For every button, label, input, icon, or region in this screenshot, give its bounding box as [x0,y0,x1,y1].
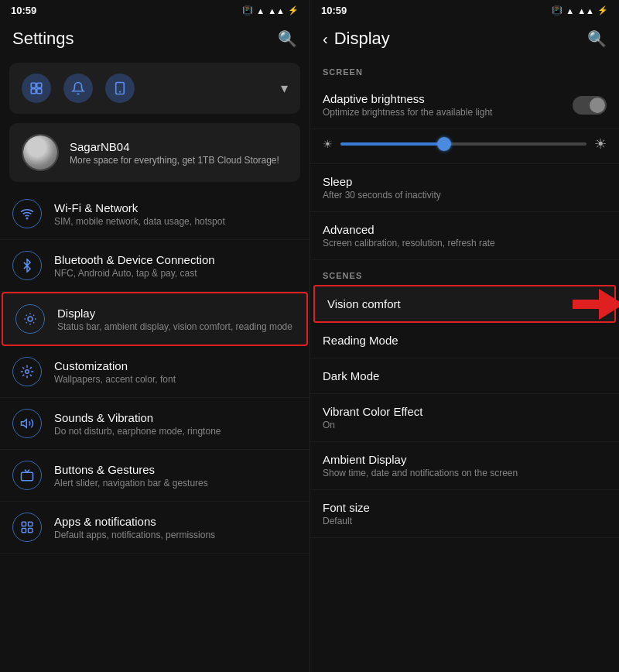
settings-item-customization[interactable]: Customization Wallpapers, accent color, … [0,346,310,398]
adaptive-brightness-title: Adaptive brightness [323,92,573,105]
display-title: Display [57,307,294,320]
svg-point-7 [28,317,32,321]
vibrant-color-sub: On [323,420,607,430]
buttons-icon [12,461,42,490]
qs-icon-3[interactable] [105,74,135,103]
quick-settings-card[interactable]: ▾ [9,63,300,114]
back-arrow-icon[interactable]: ‹ [323,30,328,48]
dark-mode-title: Dark Mode [323,369,607,382]
display-icon [15,304,45,334]
apps-sub: Default apps, notifications, permissions [54,530,297,540]
svg-rect-3 [37,89,42,94]
bluetooth-sub: NFC, Android Auto, tap & pay, cast [54,268,297,279]
ambient-display-sub: Show time, date and notifications on the… [323,468,607,478]
vision-comfort-item[interactable]: Vision comfort [313,285,616,323]
svg-rect-14 [29,529,32,533]
settings-item-bluetooth[interactable]: Bluetooth & Device Connection NFC, Andro… [0,240,310,292]
apps-icon [12,513,42,542]
reading-mode-text: Reading Mode [323,334,607,347]
qs-icon-1[interactable] [22,74,51,103]
profile-card[interactable]: SagarNB04 More space for everything, get… [9,123,300,182]
wifi-network-sub: SIM, mobile network, data usage, hotspot [54,216,297,227]
sounds-icon [12,409,42,438]
brightness-slider[interactable] [340,142,587,146]
right-header: ‹ Display 🔍 [310,19,619,57]
vision-comfort-title: Vision comfort [327,297,602,310]
ambient-display-text: Ambient Display Show time, date and noti… [323,453,607,478]
left-search-button[interactable]: 🔍 [278,29,297,48]
svg-rect-11 [22,522,26,526]
svg-point-8 [26,370,29,374]
customization-sub: Wallpapers, accent color, font [54,374,297,385]
right-panel: 10:59 📳 ▲ ▲▲ ⚡ ‹ Display 🔍 SCREEN Adapti… [310,0,619,672]
battery-icon: ⚡ [288,5,299,15]
settings-item-sounds[interactable]: Sounds & Vibration Do not disturb, earph… [0,398,310,450]
left-page-title: Settings [12,29,74,49]
customization-text: Customization Wallpapers, accent color, … [54,359,297,385]
avatar-image [23,135,57,170]
profile-info: SagarNB04 More space for everything, get… [70,140,279,166]
advanced-sub: Screen calibration, resolution, refresh … [323,238,607,249]
vibrant-color-item[interactable]: Vibrant Color Effect On [310,394,619,442]
ambient-display-title: Ambient Display [323,453,607,466]
profile-subtitle: More space for everything, get 1TB Cloud… [70,155,279,166]
quick-settings-chevron[interactable]: ▾ [281,80,288,97]
wifi-network-icon [12,199,42,228]
bluetooth-title: Bluetooth & Device Connection [54,253,297,266]
ambient-display-item[interactable]: Ambient Display Show time, date and noti… [310,442,619,490]
apps-title: Apps & notifications [54,515,297,528]
scenes-section-label: SCENES [310,260,619,285]
left-status-bar: 10:59 📳 ▲ ▲▲ ⚡ [0,0,310,19]
reading-mode-title: Reading Mode [323,334,607,347]
settings-item-buttons[interactable]: Buttons & Gestures Alert slider, navigat… [0,450,310,502]
apps-text: Apps & notifications Default apps, notif… [54,515,297,540]
svg-rect-1 [37,83,42,87]
adaptive-brightness-sub: Optimize brightness for the available li… [323,107,573,118]
buttons-title: Buttons & Gestures [54,463,297,476]
buttons-sub: Alert slider, navigation bar & gestures [54,478,297,489]
font-size-text: Font size Default [323,501,607,526]
font-size-sub: Default [323,516,607,526]
adaptive-brightness-text: Adaptive brightness Optimize brightness … [323,92,573,118]
vibrate-icon: 📳 [242,5,253,15]
display-sub: Status bar, ambient display, vision comf… [57,321,294,332]
right-wifi-icon: ▲ [566,6,574,15]
right-vibrate-icon: 📳 [552,5,563,15]
advanced-text: Advanced Screen calibration, resolution,… [323,223,607,249]
right-battery-icon: ⚡ [597,5,608,15]
settings-item-apps[interactable]: Apps & notifications Default apps, notif… [0,502,310,554]
reading-mode-item[interactable]: Reading Mode [310,323,619,358]
signal-icon: ▲▲ [268,6,285,15]
advanced-item[interactable]: Advanced Screen calibration, resolution,… [310,212,619,260]
brightness-high-icon: ☀ [594,135,607,153]
right-page-title: Display [334,29,390,49]
svg-rect-13 [22,529,26,533]
right-signal-icon: ▲▲ [577,6,594,15]
svg-marker-9 [22,420,27,428]
settings-item-wifi[interactable]: Wi-Fi & Network SIM, mobile network, dat… [0,188,310,240]
profile-name: SagarNB04 [70,140,279,153]
dark-mode-item[interactable]: Dark Mode [310,358,619,394]
back-nav[interactable]: ‹ Display [323,29,390,49]
avatar [22,134,59,171]
brightness-slider-thumb[interactable] [437,137,451,151]
svg-rect-2 [31,89,36,94]
buttons-text: Buttons & Gestures Alert slider, navigat… [54,463,297,489]
sleep-item[interactable]: Sleep After 30 seconds of inactivity [310,164,619,212]
brightness-slider-fill [340,142,444,146]
vibrant-color-title: Vibrant Color Effect [323,405,607,418]
right-status-bar: 10:59 📳 ▲ ▲▲ ⚡ [310,0,619,19]
brightness-low-icon: ☀ [323,138,333,150]
sleep-text: Sleep After 30 seconds of inactivity [323,175,607,201]
wifi-network-text: Wi-Fi & Network SIM, mobile network, dat… [54,201,297,227]
right-search-button[interactable]: 🔍 [587,29,607,48]
right-status-icons: 📳 ▲ ▲▲ ⚡ [552,5,608,15]
qs-icon-2[interactable] [63,74,93,103]
settings-item-display[interactable]: Display Status bar, ambient display, vis… [2,292,308,346]
sounds-text: Sounds & Vibration Do not disturb, earph… [54,411,297,437]
adaptive-brightness-item[interactable]: Adaptive brightness Optimize brightness … [310,81,619,129]
font-size-item[interactable]: Font size Default [310,490,619,538]
adaptive-brightness-toggle[interactable] [573,96,607,115]
wifi-network-title: Wi-Fi & Network [54,201,297,214]
settings-list: Wi-Fi & Network SIM, mobile network, dat… [0,188,310,672]
